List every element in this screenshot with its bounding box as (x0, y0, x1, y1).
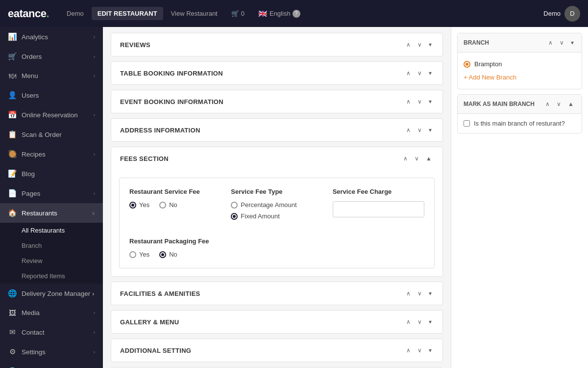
event-booking-section: EVENT BOOKING INFORMATION ∧ ∨ ▾ (111, 90, 443, 113)
sidebar-label-restaurants: Restaurants (22, 210, 57, 217)
lang-label: English (270, 10, 291, 17)
sidebar-item-wpml[interactable]: 🌍 WPML › (0, 362, 103, 368)
mark-main-section: MARK AS MAIN BRANCH ∧ ∨ ▲ Is this main b… (457, 94, 582, 133)
sidebar-item-delivery-zone[interactable]: 🌐 Delivery Zone Manager › (0, 284, 103, 303)
user-nav[interactable]: Demo D (543, 6, 580, 22)
address-info-header[interactable]: ADDRESS INFORMATION ∧ ∨ ▾ (111, 119, 442, 141)
right-panel: BRANCH ∧ ∨ ▾ Brampton + Add New Branch (451, 27, 588, 368)
branch-down-btn[interactable]: ∨ (558, 38, 566, 47)
help-icon[interactable]: ? (293, 10, 300, 18)
gallery-down-btn[interactable]: ∨ (416, 317, 424, 326)
mark-main-checkbox-label[interactable]: Is this main branch of resturant? (464, 120, 576, 127)
additional-down-btn[interactable]: ∨ (416, 346, 424, 355)
sidebar-sub-all-restaurants[interactable]: All Restaurants (0, 223, 103, 238)
reviews-up-btn[interactable]: ∧ (404, 40, 413, 49)
address-info-down-btn[interactable]: ∨ (416, 126, 424, 134)
gallery-collapse-btn[interactable]: ▾ (427, 317, 434, 326)
service-fee-radio-row: Yes No (129, 201, 221, 209)
mark-main-up-btn[interactable]: ∧ (543, 100, 552, 108)
address-info-up-btn[interactable]: ∧ (404, 126, 413, 134)
chevron-icon-contact: › (94, 330, 95, 335)
logo: eatance. (8, 7, 49, 20)
fees-down-btn[interactable]: ∨ (413, 154, 421, 163)
sidebar-item-users[interactable]: 👤 Users (0, 85, 103, 105)
chevron-icon-analytics: › (94, 34, 95, 40)
sidebar-item-contact[interactable]: ✉ Contact › (0, 322, 103, 342)
facilities-up-btn[interactable]: ∧ (404, 289, 413, 298)
sidebar-item-analytics[interactable]: 📊 Analytics › (0, 27, 103, 47)
packaging-yes-radio (129, 251, 136, 258)
gallery-menu-header[interactable]: GALLERY & MENU ∧ ∨ ▾ (111, 311, 442, 333)
reviews-down-btn[interactable]: ∨ (416, 40, 424, 49)
branch-item-brampton: Brampton (464, 57, 576, 71)
gallery-up-btn[interactable]: ∧ (404, 317, 413, 326)
service-fee-yes[interactable]: Yes (129, 201, 149, 209)
event-booking-collapse-btn[interactable]: ▾ (427, 97, 434, 106)
additional-up-btn[interactable]: ∧ (404, 346, 413, 355)
sidebar-item-menu[interactable]: 🍽 Menu › (0, 66, 103, 85)
sidebar-sub-review[interactable]: Review (0, 253, 103, 268)
table-booking-down-btn[interactable]: ∨ (416, 69, 424, 78)
additional-collapse-btn[interactable]: ▾ (427, 346, 434, 355)
facilities-collapse-btn[interactable]: ▾ (427, 289, 434, 298)
analytics-icon: 📊 (8, 32, 17, 41)
view-restaurant-link[interactable]: View Restaurant (165, 7, 223, 20)
fees-section: FEES SECTION ∧ ∨ ▲ Restaurant Service Fe… (111, 147, 443, 277)
sidebar-item-pages[interactable]: 📄 Pages › (0, 184, 103, 203)
add-branch-button[interactable]: + Add New Branch (464, 71, 576, 84)
scan-order-icon: 📋 (8, 130, 17, 139)
percentage-option[interactable]: Percentage Amount (231, 201, 322, 209)
lang-nav[interactable]: 🇬🇧 English ? (252, 6, 306, 21)
avatar: D (564, 6, 580, 22)
fees-content: Restaurant Service Fee Yes No (111, 170, 442, 276)
fees-collapse-btn[interactable]: ▲ (424, 154, 434, 163)
sidebar-item-scan-order[interactable]: 📋 Scan & Order (0, 125, 103, 144)
packaging-yes[interactable]: Yes (129, 251, 149, 258)
reviews-header[interactable]: REVIEWS ∧ ∨ ▾ (111, 33, 442, 56)
branch-up-btn[interactable]: ∧ (546, 38, 555, 47)
sidebar-item-recipes[interactable]: 🥘 Recipes › (0, 144, 103, 164)
packaging-no[interactable]: No (159, 251, 177, 258)
sidebar-sub-reported-items[interactable]: Reported Items (0, 268, 103, 284)
demo-link[interactable]: Demo (61, 7, 90, 20)
facilities-title: FACILITIES & AMENITIES (120, 290, 200, 297)
event-booking-down-btn[interactable]: ∨ (416, 97, 424, 106)
fees-header[interactable]: FEES SECTION ∧ ∨ ▲ (111, 147, 442, 170)
sidebar-item-settings[interactable]: ⚙ Settings › (0, 342, 103, 362)
flag-icon: 🇬🇧 (258, 9, 268, 18)
facilities-section: FACILITIES & AMENITIES ∧ ∨ ▾ (111, 282, 443, 305)
table-booking-header[interactable]: TABLE BOOKING INFORMATION ∧ ∨ ▾ (111, 62, 442, 84)
reviews-collapse-btn[interactable]: ▾ (427, 40, 434, 49)
service-fee-charge-input[interactable] (333, 201, 424, 217)
event-booking-up-btn[interactable]: ∧ (404, 97, 413, 106)
sidebar-label-pages: Pages (22, 190, 40, 197)
service-fee-no[interactable]: No (159, 201, 177, 209)
fees-up-btn[interactable]: ∧ (401, 154, 410, 163)
sidebar-item-online-reservation[interactable]: 📅 Online Reservation › (0, 105, 103, 125)
facilities-down-btn[interactable]: ∨ (416, 289, 424, 298)
table-booking-up-btn[interactable]: ∧ (404, 69, 413, 78)
fixed-option[interactable]: Fixed Amount (231, 212, 322, 220)
sidebar-item-blog[interactable]: 📝 Blog (0, 164, 103, 184)
table-booking-collapse-btn[interactable]: ▾ (427, 69, 434, 78)
branch-collapse-btn[interactable]: ▾ (569, 38, 576, 47)
event-booking-header[interactable]: EVENT BOOKING INFORMATION ∧ ∨ ▾ (111, 90, 442, 113)
sidebar-item-media[interactable]: 🖼 Media › (0, 303, 103, 322)
mark-main-collapse-btn[interactable]: ▲ (566, 100, 576, 108)
sidebar-item-orders[interactable]: 🛒 Orders › (0, 47, 103, 66)
sidebar-sub-branch[interactable]: Branch (0, 238, 103, 253)
mark-main-checkbox-text: Is this main branch of resturant? (474, 120, 565, 127)
packaging-fee-section: Restaurant Packaging Fee Yes No (129, 230, 424, 258)
sidebar-item-restaurants[interactable]: 🏠 Restaurants ∨ (0, 203, 103, 223)
mark-main-checkbox[interactable] (464, 120, 470, 127)
packaging-no-label: No (169, 251, 177, 258)
fixed-radio (231, 213, 238, 220)
additional-setting-header[interactable]: ADDITIONAL SETTING ∧ ∨ ▾ (111, 339, 442, 362)
service-fee-charge-label: Service Fee Charge (333, 188, 424, 195)
edit-restaurant-link[interactable]: EDIT RESTAURANT (92, 7, 163, 20)
mark-main-down-btn[interactable]: ∨ (555, 100, 563, 108)
cart-nav[interactable]: 🛒 0 (225, 7, 250, 20)
address-info-collapse-btn[interactable]: ▾ (427, 126, 434, 134)
facilities-header[interactable]: FACILITIES & AMENITIES ∧ ∨ ▾ (111, 282, 442, 305)
sidebar-label-contact: Contact (22, 329, 45, 336)
